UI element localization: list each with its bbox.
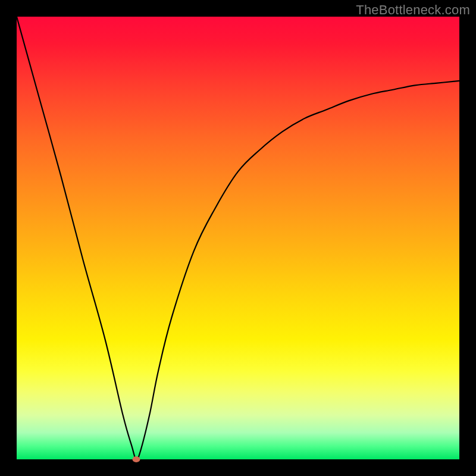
- attribution-text: TheBottleneck.com: [356, 2, 470, 18]
- bottleneck-curve: [17, 17, 459, 459]
- plot-area: [17, 17, 459, 459]
- chart-frame: TheBottleneck.com: [0, 0, 476, 476]
- minimum-marker: [132, 456, 140, 462]
